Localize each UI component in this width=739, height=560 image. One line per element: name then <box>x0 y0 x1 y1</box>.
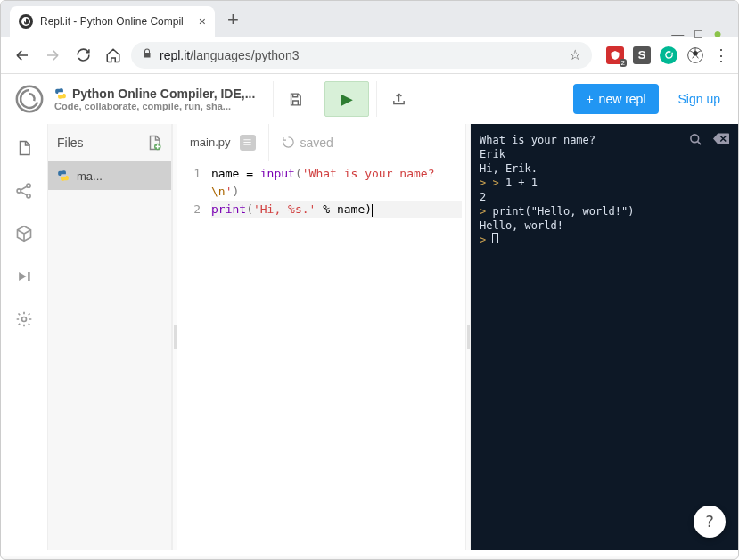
save-button[interactable] <box>273 81 317 117</box>
address-bar[interactable]: repl.it/languages/python3 ☆ <box>131 42 592 69</box>
plus-icon: + <box>586 92 593 106</box>
console-line: 2 <box>480 190 729 204</box>
profile-avatar-icon[interactable] <box>686 46 704 64</box>
replit-logo-icon[interactable] <box>12 81 47 117</box>
console-panel[interactable]: What is your name? Erik Hi, Erik. > > 1 … <box>471 124 738 550</box>
browser-tab-strip: — ● Repl.it - Python Online Compil × + <box>1 1 738 37</box>
line-gutter: 1 2 <box>177 161 208 550</box>
ublock-extension-icon[interactable]: 2 <box>606 46 624 64</box>
files-panel-title: Files <box>57 136 84 150</box>
console-line: Hello, world! <box>480 218 729 233</box>
editor-tab-name: main.py <box>190 136 231 149</box>
code-content[interactable]: name = input('What is your name?\n')prin… <box>208 161 465 550</box>
packages-icon[interactable] <box>14 224 34 243</box>
code-editor[interactable]: 1 2 name = input('What is your name?\n')… <box>177 161 465 550</box>
svg-rect-8 <box>243 142 250 143</box>
signup-link[interactable]: Sign up <box>678 92 720 106</box>
grammarly-extension-icon[interactable] <box>660 46 677 64</box>
svg-point-5 <box>22 317 27 322</box>
replit-favicon-icon <box>19 14 33 29</box>
editor-tab[interactable]: main.py <box>177 124 269 161</box>
svg-rect-9 <box>243 144 250 145</box>
help-button[interactable]: ? <box>694 506 726 538</box>
back-button[interactable] <box>10 43 35 68</box>
add-file-icon[interactable] <box>146 135 162 151</box>
forward-button[interactable] <box>40 43 65 68</box>
console-line: > > 1 + 1 <box>480 176 729 190</box>
window-maximize-button[interactable] <box>694 30 702 38</box>
new-repl-button[interactable]: + new repl <box>573 84 658 114</box>
console-prompt[interactable]: > <box>480 233 729 247</box>
browser-menu-button[interactable]: ⋮ <box>713 45 729 65</box>
svg-rect-4 <box>28 272 29 281</box>
text-cursor <box>372 204 373 217</box>
s-extension-icon[interactable]: S <box>633 46 651 64</box>
app-header: Python Online Compiler, IDE,... Code, co… <box>1 74 738 124</box>
browser-toolbar: repl.it/languages/python3 ☆ 2 S ⋮ <box>1 37 738 74</box>
saved-indicator: saved <box>282 136 333 150</box>
url-text: repl.it/languages/python3 <box>160 48 299 62</box>
console-cursor <box>492 233 498 243</box>
file-item[interactable]: ma... <box>48 161 171 190</box>
files-panel: Files ma... <box>47 124 172 550</box>
console-line: > print("Hello, world!") <box>480 204 729 218</box>
home-button[interactable] <box>101 43 126 68</box>
share-nodes-icon[interactable] <box>14 181 34 201</box>
files-icon[interactable] <box>14 138 34 158</box>
svg-rect-7 <box>243 139 250 140</box>
share-button[interactable] <box>376 81 421 117</box>
file-name: ma... <box>77 169 103 183</box>
new-tab-button[interactable]: + <box>227 8 239 31</box>
editor-panel: main.py saved 1 2 name = in <box>177 124 465 550</box>
python-icon <box>54 87 67 100</box>
reload-button[interactable] <box>70 43 95 68</box>
page-title: Python Online Compiler, IDE,... <box>54 86 255 101</box>
left-icon-rail <box>1 124 47 550</box>
console-search-icon[interactable] <box>689 133 702 150</box>
browser-tab[interactable]: Repl.it - Python Online Compil × <box>10 6 215 37</box>
browser-tab-title: Repl.it - Python Online Compil <box>40 15 192 28</box>
debugger-icon[interactable] <box>14 267 34 286</box>
page-subtitle: Code, collaborate, compile, run, sha... <box>54 101 255 111</box>
console-line: Hi, Erik. <box>480 161 729 176</box>
lock-icon <box>142 48 152 62</box>
resize-handle[interactable] <box>172 124 177 550</box>
extension-badge: 2 <box>620 59 627 67</box>
bookmark-star-icon[interactable]: ☆ <box>569 46 581 63</box>
settings-gear-icon[interactable] <box>14 309 34 329</box>
tab-options-icon[interactable] <box>240 135 256 151</box>
close-tab-button[interactable]: × <box>199 14 206 29</box>
python-icon <box>57 169 70 182</box>
console-clear-icon[interactable] <box>713 133 729 150</box>
run-button[interactable]: ▶ <box>324 81 369 117</box>
svg-point-10 <box>691 135 699 143</box>
window-minimize-button[interactable]: — <box>671 27 684 41</box>
window-close-button[interactable]: ● <box>713 26 722 42</box>
